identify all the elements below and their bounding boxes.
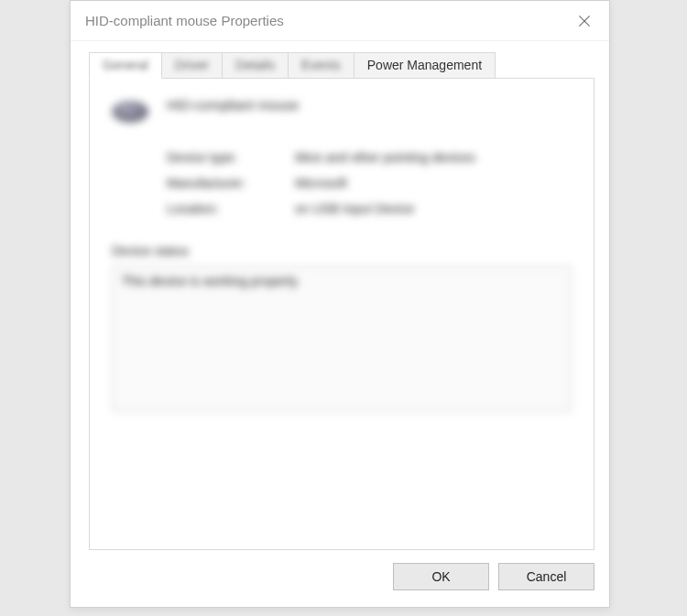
dialog-buttons: OK Cancel	[71, 563, 609, 607]
close-icon[interactable]	[576, 13, 593, 29]
tab-events[interactable]: Events	[288, 52, 354, 78]
device-status-box: This device is working properly.	[112, 265, 572, 412]
device-header: HID-compliant mouse	[112, 97, 572, 123]
cancel-button[interactable]: Cancel	[498, 563, 594, 590]
tab-general[interactable]: General	[89, 52, 162, 79]
tab-general-label: General	[103, 58, 148, 72]
titlebar: HID-compliant mouse Properties	[71, 1, 609, 41]
tab-strip: General Driver Details Events Power Mana…	[89, 50, 594, 78]
location-label: Location:	[167, 201, 295, 216]
ok-button[interactable]: OK	[393, 563, 489, 590]
tab-driver[interactable]: Driver	[161, 52, 223, 78]
device-status-section: Device status This device is working pro…	[112, 243, 572, 412]
ok-button-label: OK	[431, 569, 450, 584]
tab-area: General Driver Details Events Power Mana…	[71, 41, 609, 563]
tab-power-management-label: Power Management	[367, 58, 482, 72]
manufacturer-value: Microsoft	[295, 176, 347, 190]
location-value: on USB Input Device	[295, 201, 414, 216]
device-name: HID-compliant mouse	[167, 97, 299, 113]
tab-events-label: Events	[301, 58, 341, 72]
device-status-text: This device is working properly.	[122, 274, 300, 288]
device-status-label: Device status	[112, 243, 572, 258]
info-row-manufacturer: Manufacturer: Microsoft	[167, 176, 572, 190]
window-title: HID-compliant mouse Properties	[85, 13, 284, 28]
info-row-location: Location: on USB Input Device	[167, 201, 572, 216]
device-type-label: Device type:	[167, 150, 295, 165]
cancel-button-label: Cancel	[527, 569, 567, 584]
properties-dialog: HID-compliant mouse Properties General D…	[70, 0, 610, 608]
manufacturer-label: Manufacturer:	[167, 176, 295, 190]
mouse-icon	[112, 101, 148, 123]
tab-driver-label: Driver	[175, 58, 209, 72]
device-info: Device type: Mice and other pointing dev…	[167, 150, 572, 216]
tab-power-management[interactable]: Power Management	[354, 52, 496, 78]
tab-details[interactable]: Details	[222, 52, 289, 78]
device-type-value: Mice and other pointing devices	[295, 150, 475, 165]
tab-content-general: HID-compliant mouse Device type: Mice an…	[89, 78, 594, 550]
info-row-device-type: Device type: Mice and other pointing dev…	[167, 150, 572, 165]
tab-details-label: Details	[235, 58, 275, 72]
